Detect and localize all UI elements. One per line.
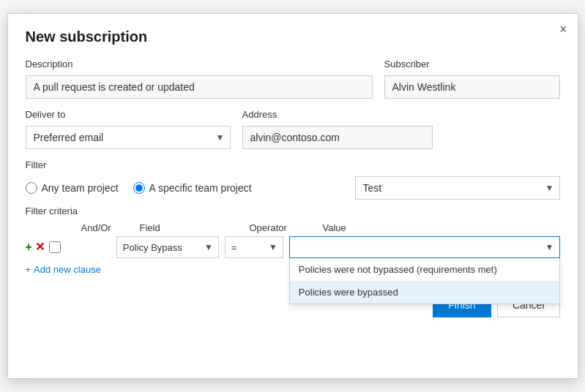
field-select[interactable]: Policy Bypass Created by Reviewer — [116, 236, 219, 258]
add-new-clause-plus-icon: + — [26, 264, 31, 275]
address-group: Address — [242, 109, 433, 149]
criteria-actions: + ✕ — [26, 241, 45, 253]
filter-criteria-section: Filter criteria And/Or Field Operator Va… — [26, 206, 560, 275]
criteria-row-checkbox[interactable] — [49, 241, 61, 253]
value-dropdown-list: Policies were not bypassed (requirements… — [289, 258, 560, 304]
dropdown-item-bypassed[interactable]: Policies were bypassed — [290, 281, 559, 304]
deliver-to-select-wrapper: Preferred email Other email SOAP HTTPS ▼ — [26, 126, 231, 149]
delete-clause-button[interactable]: ✕ — [35, 241, 45, 253]
criteria-header-row: And/Or Field Operator Value — [26, 222, 560, 233]
any-team-project-radio[interactable]: Any team project — [26, 182, 119, 194]
any-team-project-input[interactable] — [26, 182, 37, 194]
modal-title: New subscription — [26, 29, 560, 45]
filter-section: Filter Any team project A specific team … — [26, 159, 560, 200]
any-team-project-label: Any team project — [42, 182, 119, 194]
project-select-container: Test Project A Project B ▼ — [355, 176, 560, 200]
subscriber-group: Subscriber — [384, 59, 560, 99]
dropdown-item-not-bypassed[interactable]: Policies were not bypassed (requirements… — [290, 258, 559, 281]
deliver-to-label: Deliver to — [26, 109, 231, 120]
description-input[interactable] — [26, 75, 373, 99]
field-select-wrapper: Policy Bypass Created by Reviewer ▼ — [116, 236, 219, 258]
description-subscriber-row: Description Subscriber — [26, 59, 560, 99]
deliver-to-group: Deliver to Preferred email Other email S… — [26, 109, 231, 149]
operator-select[interactable]: = != < > — [225, 236, 283, 258]
specific-team-project-input[interactable] — [133, 182, 145, 194]
description-group: Description — [26, 59, 373, 99]
filter-label: Filter — [26, 159, 560, 170]
subscriber-label: Subscriber — [384, 59, 560, 69]
address-label: Address — [242, 109, 433, 120]
subscriber-input[interactable] — [384, 75, 560, 99]
field-header: Field — [133, 222, 242, 233]
deliver-to-select[interactable]: Preferred email Other email SOAP HTTPS — [26, 126, 231, 149]
deliver-address-row: Deliver to Preferred email Other email S… — [26, 109, 560, 149]
specific-team-project-label: A specific team project — [149, 182, 252, 194]
operator-header: Operator — [242, 222, 316, 233]
value-input[interactable] — [289, 236, 560, 258]
value-dropdown-wrapper: ▼ Policies were not bypassed (requiremen… — [289, 236, 560, 258]
modal-dialog: × New subscription Description Subscribe… — [7, 13, 578, 379]
filter-criteria-label: Filter criteria — [26, 206, 560, 216]
address-input[interactable] — [242, 126, 433, 149]
andor-header: And/Or — [81, 222, 133, 233]
criteria-row-1: + ✕ Policy Bypass Created by Reviewer ▼ … — [26, 236, 560, 258]
add-clause-icon-button[interactable]: + — [26, 241, 32, 253]
project-select[interactable]: Test Project A Project B — [355, 176, 560, 200]
value-header: Value — [316, 222, 560, 233]
specific-team-project-radio[interactable]: A specific team project — [133, 182, 252, 194]
filter-radio-row: Any team project A specific team project… — [26, 176, 560, 200]
description-label: Description — [26, 59, 373, 69]
add-new-clause-label: Add new clause — [34, 264, 101, 275]
operator-select-wrapper: = != < > ▼ — [225, 236, 283, 258]
project-select-wrapper: Test Project A Project B ▼ — [355, 176, 560, 200]
close-button[interactable]: × — [559, 23, 567, 36]
